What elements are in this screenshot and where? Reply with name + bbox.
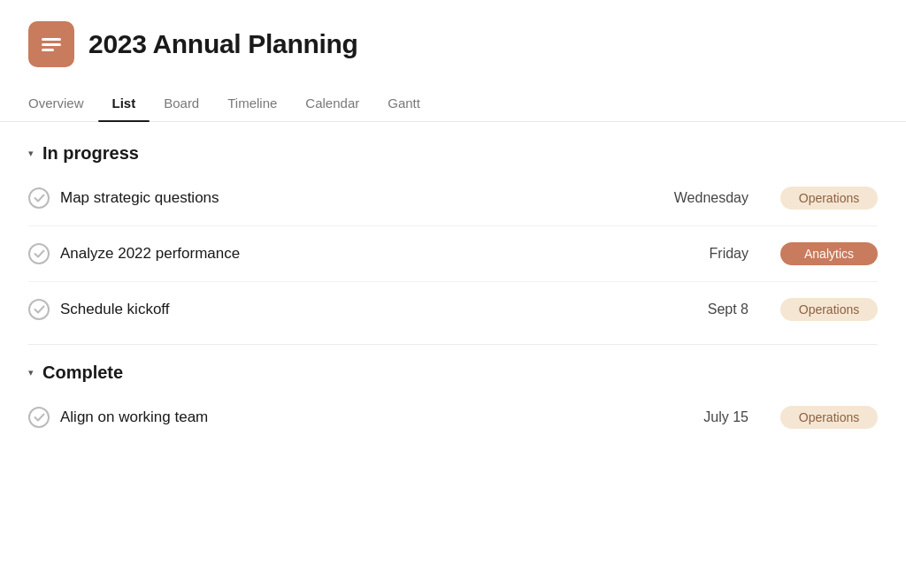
task-tag-2[interactable]: Analytics bbox=[780, 242, 878, 265]
tab-board[interactable]: Board bbox=[150, 88, 213, 121]
task-date-3: Sept 8 bbox=[651, 302, 749, 317]
icon-bar-1 bbox=[42, 38, 61, 41]
task-name-3: Schedule kickoff bbox=[60, 301, 641, 318]
task-date-1: Wednesday bbox=[651, 190, 749, 206]
icon-bar-3 bbox=[42, 49, 54, 51]
section-title-complete: Complete bbox=[42, 363, 123, 383]
task-name-1: Map strategic questions bbox=[60, 189, 641, 207]
list-item: Analyze 2022 performance Friday Analytic… bbox=[28, 226, 878, 282]
tab-overview[interactable]: Overview bbox=[28, 88, 98, 121]
tab-list[interactable]: List bbox=[98, 88, 150, 121]
nav-tabs: Overview List Board Timeline Calendar Ga… bbox=[0, 74, 906, 122]
list-item: Align on working team July 15 Operations bbox=[28, 390, 878, 445]
section-in-progress: ▾ In progress Map strategic questions We… bbox=[28, 143, 878, 337]
header: 2023 Annual Planning bbox=[0, 0, 906, 67]
tab-timeline[interactable]: Timeline bbox=[213, 88, 291, 121]
section-title-in-progress: In progress bbox=[42, 143, 139, 164]
chevron-down-icon-2[interactable]: ▾ bbox=[28, 367, 34, 378]
chevron-down-icon[interactable]: ▾ bbox=[28, 148, 34, 159]
task-list-in-progress: Map strategic questions Wednesday Operat… bbox=[28, 171, 878, 337]
task-tag-1[interactable]: Operations bbox=[780, 187, 878, 210]
task-date-2: Friday bbox=[651, 246, 749, 262]
task-tag-3[interactable]: Operations bbox=[780, 298, 878, 321]
task-check-1[interactable] bbox=[28, 187, 50, 209]
task-date-4: July 15 bbox=[651, 409, 749, 425]
task-name-2: Analyze 2022 performance bbox=[60, 245, 641, 263]
task-name-4: Align on working team bbox=[60, 409, 641, 426]
task-check-3[interactable] bbox=[28, 299, 50, 320]
icon-bar-2 bbox=[42, 43, 61, 46]
task-check-2[interactable] bbox=[28, 243, 50, 264]
section-complete: ▾ Complete Align on working team July 15… bbox=[28, 363, 878, 445]
section-header-in-progress: ▾ In progress bbox=[28, 143, 878, 164]
tab-calendar[interactable]: Calendar bbox=[291, 88, 373, 121]
section-divider bbox=[28, 344, 878, 345]
main-content: ▾ In progress Map strategic questions We… bbox=[0, 122, 906, 473]
page-title: 2023 Annual Planning bbox=[88, 29, 358, 59]
app-icon bbox=[28, 21, 74, 67]
section-header-complete: ▾ Complete bbox=[28, 363, 878, 383]
list-item: Schedule kickoff Sept 8 Operations bbox=[28, 282, 878, 337]
list-item: Map strategic questions Wednesday Operat… bbox=[28, 171, 878, 226]
tab-gantt[interactable]: Gantt bbox=[373, 88, 434, 121]
task-list-complete: Align on working team July 15 Operations bbox=[28, 390, 878, 445]
task-check-4[interactable] bbox=[28, 407, 50, 428]
task-tag-4[interactable]: Operations bbox=[780, 406, 878, 429]
app-container: 2023 Annual Planning Overview List Board… bbox=[0, 0, 906, 588]
app-icon-inner bbox=[42, 38, 61, 51]
